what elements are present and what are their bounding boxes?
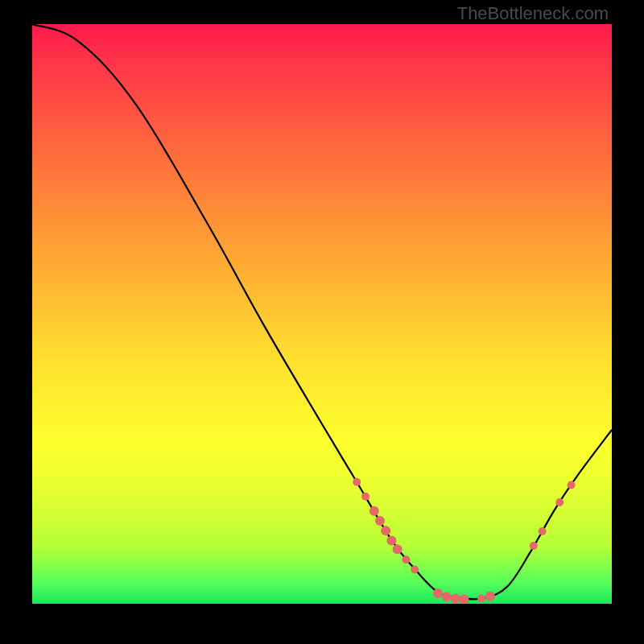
data-marker	[530, 542, 538, 550]
data-marker	[386, 536, 396, 546]
data-marker	[459, 594, 469, 604]
data-marker	[393, 544, 402, 554]
data-marker	[442, 592, 452, 601]
data-marker	[402, 555, 410, 564]
data-marker	[381, 526, 390, 535]
chart-markers	[353, 478, 575, 604]
bottleneck-curve	[32, 24, 612, 599]
data-marker	[539, 527, 547, 535]
chart-frame	[32, 24, 612, 604]
data-marker	[477, 595, 485, 603]
chart-svg	[32, 24, 612, 604]
data-marker	[411, 566, 419, 574]
data-marker	[485, 592, 495, 601]
data-marker	[568, 481, 576, 489]
data-marker	[555, 498, 564, 506]
data-marker	[353, 478, 361, 486]
attribution-label: TheBottleneck.com	[457, 3, 609, 24]
data-marker	[375, 516, 385, 526]
data-marker	[433, 588, 443, 598]
data-marker	[451, 594, 460, 604]
data-marker	[361, 493, 369, 501]
data-marker	[369, 506, 379, 516]
